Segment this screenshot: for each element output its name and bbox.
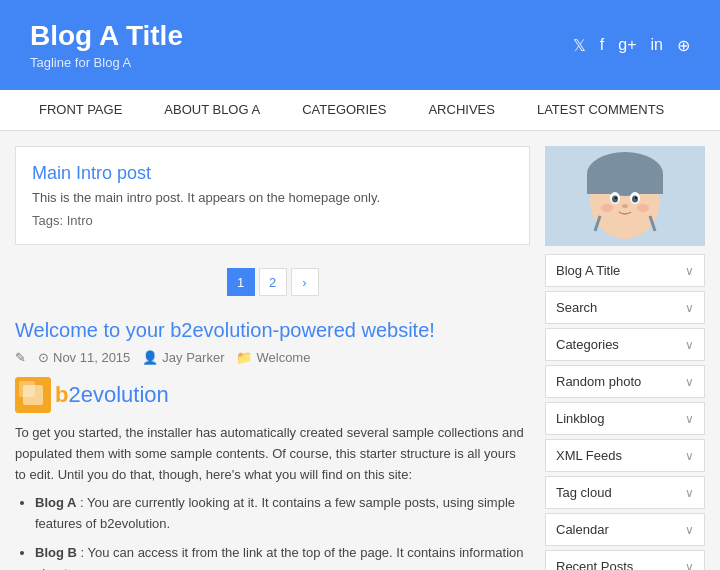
googleplus-icon[interactable]: g+ xyxy=(618,36,636,55)
widget-label: Search xyxy=(556,300,597,315)
site-title: Blog A Title xyxy=(30,20,183,52)
svg-point-10 xyxy=(632,196,638,203)
sidebar-widget-random-photo: Random photo ∨ xyxy=(545,365,705,398)
svg-rect-6 xyxy=(587,174,663,194)
nav-latest-comments[interactable]: LATEST COMMENTS xyxy=(518,90,683,130)
list-item: Blog B : You can access it from the link… xyxy=(35,543,530,570)
widget-label: Recent Posts xyxy=(556,559,633,570)
logo-2evo: 2evolution xyxy=(68,382,168,407)
list-item-a-name: Blog A xyxy=(35,495,76,510)
sidebar-widget-xml-feeds: XML Feeds ∨ xyxy=(545,439,705,472)
sidebar-widget-blog-title-header[interactable]: Blog A Title ∨ xyxy=(546,255,704,286)
nav-front-page[interactable]: FRONT PAGE xyxy=(20,90,141,130)
page-2-button[interactable]: 2 xyxy=(259,268,287,296)
sidebar-photo-widget xyxy=(545,146,705,246)
post-author: 👤 Jay Parker xyxy=(142,350,224,365)
widget-label: Categories xyxy=(556,337,619,352)
list-item-a-text: : You are currently looking at it. It co… xyxy=(35,495,515,531)
clock-icon: ⊙ xyxy=(38,350,49,365)
logo-text: b2evolution xyxy=(55,382,169,408)
sidebar-widget-search-header[interactable]: Search ∨ xyxy=(546,292,704,323)
chevron-down-icon: ∨ xyxy=(685,338,694,352)
sidebar-photo-image xyxy=(545,146,705,246)
user-icon: 👤 xyxy=(142,350,158,365)
nav-about[interactable]: ABOUT BLOG A xyxy=(145,90,279,130)
twitter-icon[interactable]: 𝕏 xyxy=(573,36,586,55)
sidebar-widget-blog-title: Blog A Title ∨ xyxy=(545,254,705,287)
facebook-icon[interactable]: f xyxy=(600,36,604,55)
pagination: 1 2 › xyxy=(15,260,530,304)
svg-point-12 xyxy=(635,197,637,199)
sidebar-widget-random-photo-header[interactable]: Random photo ∨ xyxy=(546,366,704,397)
tags-label: Tags: xyxy=(32,213,63,228)
chevron-down-icon: ∨ xyxy=(685,449,694,463)
b2evo-logo: b2evolution xyxy=(15,377,530,413)
sidebar-widget-linkblog: Linkblog ∨ xyxy=(545,402,705,435)
svg-point-9 xyxy=(612,196,618,203)
sidebar-widget-categories-header[interactable]: Categories ∨ xyxy=(546,329,704,360)
chevron-down-icon: ∨ xyxy=(685,375,694,389)
sidebar: Blog A Title ∨ Search ∨ Categories ∨ Ran… xyxy=(545,146,705,570)
content-area: Main Intro post This is the main intro p… xyxy=(15,146,530,570)
header: Blog A Title Tagline for Blog A 𝕏 f g+ i… xyxy=(0,0,720,90)
tags-value: Intro xyxy=(67,213,93,228)
chevron-down-icon: ∨ xyxy=(685,412,694,426)
folder-icon: 📁 xyxy=(236,350,252,365)
svg-point-14 xyxy=(601,204,613,212)
intro-post-title: Main Intro post xyxy=(32,163,513,184)
sidebar-widget-calendar-header[interactable]: Calendar ∨ xyxy=(546,514,704,545)
svg-point-13 xyxy=(622,204,628,208)
widget-label: Tag cloud xyxy=(556,485,612,500)
site-tagline: Tagline for Blog A xyxy=(30,55,183,70)
post-list: Blog A : You are currently looking at it… xyxy=(35,493,530,570)
post-meta: ✎ ⊙ Nov 11, 2015 👤 Jay Parker 📁 Welcome xyxy=(15,350,530,365)
list-item-b-name: Blog B xyxy=(35,545,77,560)
sidebar-widget-categories: Categories ∨ xyxy=(545,328,705,361)
chevron-down-icon: ∨ xyxy=(685,486,694,500)
chevron-down-icon: ∨ xyxy=(685,523,694,537)
sidebar-widget-linkblog-header[interactable]: Linkblog ∨ xyxy=(546,403,704,434)
page-next-button[interactable]: › xyxy=(291,268,319,296)
sidebar-widget-calendar: Calendar ∨ xyxy=(545,513,705,546)
list-item: Blog A : You are currently looking at it… xyxy=(35,493,530,535)
chevron-down-icon: ∨ xyxy=(685,560,694,571)
svg-point-11 xyxy=(615,197,617,199)
social-icons: 𝕏 f g+ in ⊕ xyxy=(573,36,690,55)
widget-label: Blog A Title xyxy=(556,263,620,278)
sidebar-widget-search: Search ∨ xyxy=(545,291,705,324)
widget-label: XML Feeds xyxy=(556,448,622,463)
post-date: ⊙ Nov 11, 2015 xyxy=(38,350,130,365)
widget-label: Random photo xyxy=(556,374,641,389)
nav-archives[interactable]: ARCHIVES xyxy=(409,90,513,130)
logo-box-icon xyxy=(15,377,51,413)
svg-point-15 xyxy=(637,204,649,212)
chevron-down-icon: ∨ xyxy=(685,301,694,315)
svg-rect-2 xyxy=(23,385,43,405)
sidebar-widget-recent-posts-header[interactable]: Recent Posts ∨ xyxy=(546,551,704,570)
sidebar-widget-xml-feeds-header[interactable]: XML Feeds ∨ xyxy=(546,440,704,471)
intro-post-body: This is the main intro post. It appears … xyxy=(32,190,513,205)
sidebar-widget-tag-cloud-header[interactable]: Tag cloud ∨ xyxy=(546,477,704,508)
post-intro-text: To get you started, the installer has au… xyxy=(15,423,530,485)
chevron-down-icon: ∨ xyxy=(685,264,694,278)
main-layout: Main Intro post This is the main intro p… xyxy=(0,131,720,570)
widget-label: Calendar xyxy=(556,522,609,537)
sidebar-widget-tag-cloud: Tag cloud ∨ xyxy=(545,476,705,509)
post-category: 📁 Welcome xyxy=(236,350,310,365)
intro-post-tags: Tags: Intro xyxy=(32,213,513,228)
post-title: Welcome to your b2evolution-powered webs… xyxy=(15,319,530,342)
widget-label: Linkblog xyxy=(556,411,604,426)
edit-icon[interactable]: ✎ xyxy=(15,350,26,365)
intro-post-box: Main Intro post This is the main intro p… xyxy=(15,146,530,245)
flickr-icon[interactable]: ⊕ xyxy=(677,36,690,55)
main-nav: FRONT PAGE ABOUT BLOG A CATEGORIES ARCHI… xyxy=(0,90,720,131)
page-1-button[interactable]: 1 xyxy=(227,268,255,296)
header-branding: Blog A Title Tagline for Blog A xyxy=(30,20,183,70)
nav-categories[interactable]: CATEGORIES xyxy=(283,90,405,130)
logo-b: b xyxy=(55,382,68,407)
sidebar-widget-recent-posts: Recent Posts ∨ xyxy=(545,550,705,570)
post-body: To get you started, the installer has au… xyxy=(15,423,530,570)
list-item-b-text: : You can access it from the link at the… xyxy=(35,545,524,570)
linkedin-icon[interactable]: in xyxy=(651,36,663,55)
